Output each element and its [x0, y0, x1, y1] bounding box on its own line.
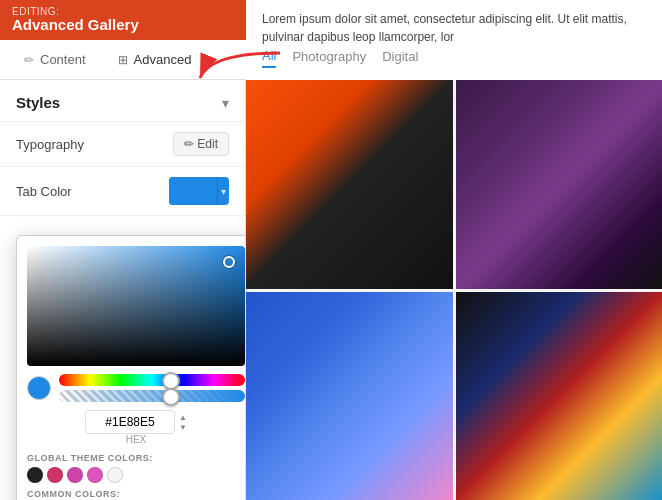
chevron-down-icon[interactable]: ▾	[222, 95, 229, 111]
common-colors-section: COMMON COLORS:	[27, 489, 245, 500]
color-swatch[interactable]: ▾	[169, 177, 229, 205]
typography-row: Typography ✏ Edit	[0, 122, 245, 167]
color-preview	[27, 376, 51, 400]
lorem-text: Lorem ipsum dolor sit amet, consectetur …	[262, 10, 646, 46]
global-theme-color-dots	[27, 467, 245, 483]
content-icon: ✏	[24, 53, 34, 67]
hex-up-icon[interactable]: ▲	[179, 413, 187, 422]
color-gradient-picker[interactable]	[27, 246, 245, 366]
hex-stepper[interactable]: ▲ ▼	[179, 413, 187, 432]
gallery-image-1	[246, 80, 453, 289]
app-title: Advanced Gallery	[12, 17, 139, 34]
color-dot[interactable]	[107, 467, 123, 483]
gallery-tab-digital[interactable]: Digital	[382, 49, 418, 67]
gallery-cell-2[interactable]	[456, 80, 663, 289]
typography-edit-button[interactable]: ✏ Edit	[173, 132, 229, 156]
gallery-tabs: All Photography Digital	[262, 48, 646, 70]
picker-sliders	[59, 374, 245, 402]
hue-slider[interactable]	[59, 374, 245, 386]
opacity-slider[interactable]	[59, 390, 245, 402]
typography-label: Typography	[16, 137, 84, 152]
tab-color-label: Tab Color	[16, 184, 72, 199]
color-dot[interactable]	[47, 467, 63, 483]
hex-down-icon[interactable]: ▼	[179, 423, 187, 432]
gallery-grid	[246, 80, 662, 500]
gallery-cell-3[interactable]	[246, 292, 453, 501]
color-swatch-color	[169, 177, 217, 205]
tab-advanced[interactable]: ⊞ Advanced	[102, 44, 208, 75]
color-dot[interactable]	[67, 467, 83, 483]
global-theme-colors-section: GLOBAL THEME COLORS:	[27, 453, 245, 483]
right-header: Lorem ipsum dolor sit amet, consectetur …	[246, 0, 662, 80]
gallery-tab-all[interactable]: All	[262, 48, 276, 68]
editing-label: EDITING:	[12, 6, 139, 17]
picker-controls	[27, 374, 245, 402]
color-picker-popup: ▲ ▼ HEX GLOBAL THEME COLORS: COMMON COLO…	[16, 235, 246, 500]
gallery-tab-photography[interactable]: Photography	[292, 49, 366, 67]
gallery-cell-1[interactable]	[246, 80, 453, 289]
gallery-image-4	[456, 292, 663, 501]
tab-color-row: Tab Color ▾	[0, 167, 245, 216]
styles-header: Styles ▾	[0, 80, 245, 122]
gallery-image-2	[456, 80, 663, 289]
gallery-cell-4[interactable]	[456, 292, 663, 501]
color-dot[interactable]	[87, 467, 103, 483]
color-dot[interactable]	[27, 467, 43, 483]
header-left: EDITING: Advanced Gallery	[12, 6, 139, 34]
color-swatch-dropdown[interactable]: ▾	[217, 177, 229, 205]
left-panel: Styles ▾ Typography ✏ Edit Tab Color ▾	[0, 80, 246, 500]
hex-input[interactable]	[85, 410, 175, 434]
styles-title: Styles	[16, 94, 60, 111]
grid-small-icon: ⊞	[118, 53, 128, 67]
gallery-image-3	[246, 292, 453, 501]
global-theme-colors-label: GLOBAL THEME COLORS:	[27, 453, 245, 463]
picker-cursor	[223, 256, 235, 268]
panel-tabs: ✏ Content ⊞ Advanced	[0, 40, 246, 80]
common-colors-label: COMMON COLORS:	[27, 489, 245, 499]
hex-label: HEX	[27, 434, 245, 445]
right-panel: Lorem ipsum dolor sit amet, consectetur …	[246, 0, 662, 500]
tab-content[interactable]: ✏ Content	[8, 44, 102, 75]
